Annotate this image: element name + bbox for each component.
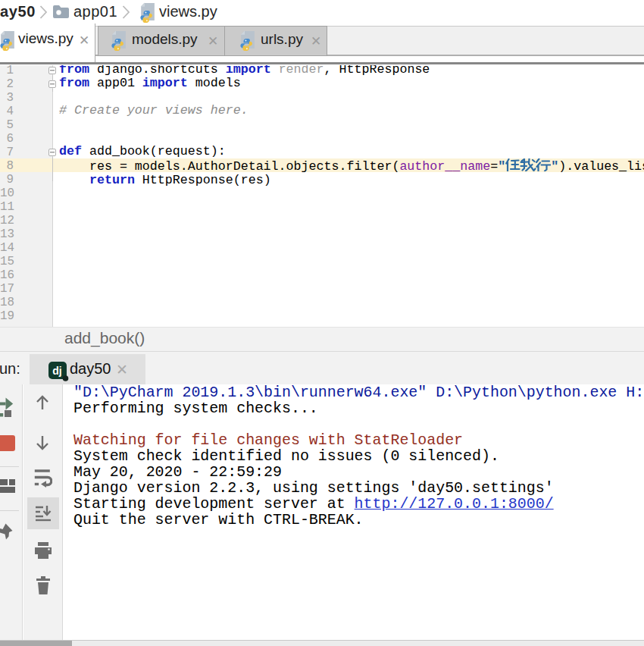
svg-text:dj: dj xyxy=(52,365,61,377)
